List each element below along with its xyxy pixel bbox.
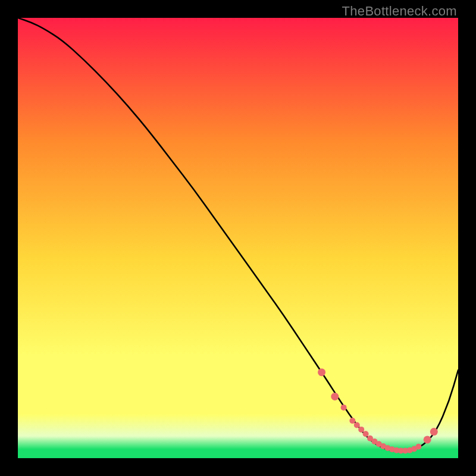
sweet-spot-dot [331,393,339,400]
sweet-spot-dot [358,427,364,433]
sweet-spot-dot [349,418,355,424]
sweet-spot-dot [363,431,369,437]
sweet-spot-dot [318,368,325,376]
curve-layer [18,18,458,458]
sweet-spot-dot [430,428,438,436]
sweet-spot-dot [354,422,360,428]
plot-area [18,18,458,458]
sweet-spot-dots [318,368,438,453]
chart-stage: TheBottleneck.com [0,0,476,476]
bottleneck-curve [18,18,458,452]
sweet-spot-dot [341,405,347,411]
watermark-label: TheBottleneck.com [342,4,457,19]
sweet-spot-dot [415,444,421,450]
sweet-spot-dot [424,436,431,443]
